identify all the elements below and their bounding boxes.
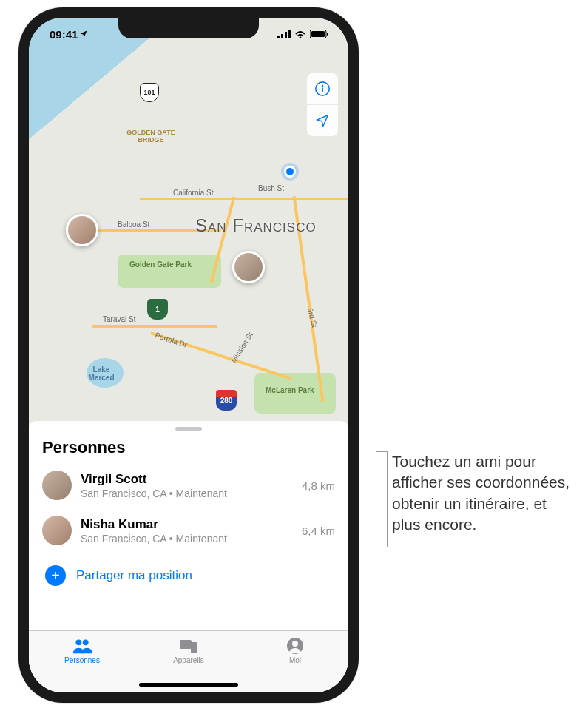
map-locate-button[interactable] xyxy=(307,105,338,136)
avatar xyxy=(42,471,72,500)
map-park xyxy=(118,255,221,288)
svg-point-8 xyxy=(322,85,324,87)
tab-label: Moi xyxy=(289,656,301,664)
highway-shield-1: 1 xyxy=(147,299,168,320)
tab-me[interactable]: Moi xyxy=(251,637,339,692)
location-services-icon xyxy=(79,30,88,38)
devices-icon xyxy=(178,638,199,654)
svg-point-15 xyxy=(292,641,298,647)
map-street-label: Bush St xyxy=(258,184,284,192)
cellular-icon xyxy=(277,30,291,38)
svg-rect-5 xyxy=(311,31,325,37)
svg-rect-3 xyxy=(288,30,291,38)
person-distance: 6,4 km xyxy=(302,525,335,537)
map-person-pin[interactable] xyxy=(232,251,265,283)
notch xyxy=(118,18,259,38)
map-street-label: Portola Dr xyxy=(154,331,188,348)
person-icon xyxy=(286,637,304,655)
person-distance: 4,8 km xyxy=(302,479,335,492)
map-person-pin[interactable] xyxy=(66,214,98,246)
person-name: Nisha Kumar xyxy=(81,517,293,532)
share-location-label: Partager ma position xyxy=(76,568,192,583)
svg-rect-1 xyxy=(281,34,283,38)
user-location-dot[interactable] xyxy=(284,166,296,178)
svg-rect-12 xyxy=(180,640,192,649)
callout-text: Touchez un ami pour afficher ses coordon… xyxy=(392,451,577,535)
panel-title: Personnes xyxy=(29,438,348,463)
location-arrow-icon xyxy=(315,113,330,128)
tab-label: Appareils xyxy=(173,656,204,664)
tab-label: Personnes xyxy=(64,656,100,664)
map-street-label: Taraval St xyxy=(103,315,135,323)
battery-icon xyxy=(310,30,329,38)
plus-icon: + xyxy=(45,565,66,586)
map-label-lake: Lake Merced xyxy=(79,365,124,382)
map-street-label: Mission St xyxy=(229,331,254,364)
map-label-bridge: GOLDEN GATE BRIDGE xyxy=(125,129,177,144)
bottom-panel[interactable]: Personnes Virgil Scott San Francisco, CA… xyxy=(29,421,348,692)
avatar xyxy=(42,516,72,545)
person-subtitle: San Francisco, CA • Maintenant xyxy=(81,533,293,545)
wifi-icon xyxy=(294,30,306,38)
svg-rect-2 xyxy=(285,32,287,38)
share-location-button[interactable]: + Partager ma position xyxy=(29,553,348,598)
svg-point-11 xyxy=(83,639,89,645)
highway-shield-280: 280 xyxy=(216,390,237,411)
svg-rect-6 xyxy=(327,33,328,36)
map-view[interactable]: San Francisco GOLDEN GATE BRIDGE Golden … xyxy=(29,18,348,425)
person-subtitle: San Francisco, CA • Maintenant xyxy=(81,488,293,499)
svg-point-10 xyxy=(75,639,81,645)
map-street-label: California St xyxy=(173,189,213,197)
callout-bracket xyxy=(365,451,388,547)
screen: 09:41 San Francisco GOLDEN GATE BRID xyxy=(29,18,348,692)
person-row[interactable]: Virgil Scott San Francisco, CA • Mainten… xyxy=(29,463,348,508)
map-label-ggpark: Golden Gate Park xyxy=(129,260,192,269)
person-name: Virgil Scott xyxy=(81,472,293,487)
map-controls xyxy=(307,73,338,136)
svg-rect-13 xyxy=(191,642,197,653)
panel-drag-handle[interactable] xyxy=(175,427,202,431)
info-icon xyxy=(314,81,331,97)
people-icon xyxy=(72,637,92,655)
svg-rect-0 xyxy=(277,36,280,38)
map-street-label: Balboa St xyxy=(118,220,149,229)
tab-people[interactable]: Personnes xyxy=(38,637,126,692)
map-label-mclaren: McLaren Park xyxy=(266,386,314,394)
phone-frame: 09:41 San Francisco GOLDEN GATE BRID xyxy=(18,7,359,703)
map-city-label: San Francisco xyxy=(195,215,317,236)
map-street-label: 3rd St xyxy=(306,307,319,328)
status-time: 09:41 xyxy=(50,28,78,41)
highway-shield-101: 101 xyxy=(140,83,159,102)
map-info-button[interactable] xyxy=(307,73,338,104)
svg-rect-9 xyxy=(322,87,323,92)
home-indicator[interactable] xyxy=(139,683,238,687)
person-row[interactable]: Nisha Kumar San Francisco, CA • Maintena… xyxy=(29,508,348,553)
